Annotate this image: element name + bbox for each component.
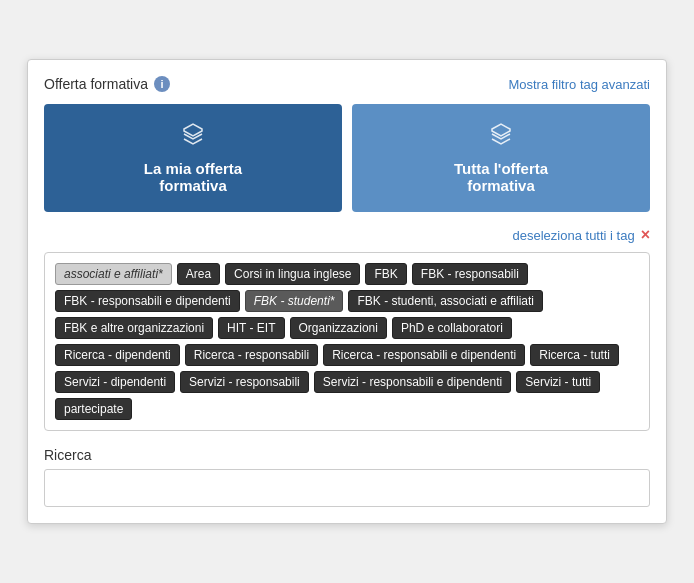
all-offer-button[interactable]: Tutta l'offertaformativa	[352, 104, 650, 212]
tag-item[interactable]: associati e affiliati*	[55, 263, 172, 285]
offer-buttons-container: La mia offertaformativa Tutta l'offertaf…	[44, 104, 650, 212]
advanced-filter-link[interactable]: Mostra filtro tag avanzati	[508, 77, 650, 92]
tag-item[interactable]: Servizi - responsabili	[180, 371, 309, 393]
tag-item[interactable]: FBK - responsabili e dipendenti	[55, 290, 240, 312]
all-offer-label: Tutta l'offertaformativa	[454, 160, 548, 194]
tag-item[interactable]: partecipate	[55, 398, 132, 420]
tag-item[interactable]: Organizzazioni	[290, 317, 387, 339]
tag-item[interactable]: PhD e collaboratori	[392, 317, 512, 339]
tag-item[interactable]: FBK e altre organizzazioni	[55, 317, 213, 339]
deselect-row: deseleziona tutti i tag ×	[44, 226, 650, 244]
tag-item[interactable]: Ricerca - responsabili e dipendenti	[323, 344, 525, 366]
tag-item[interactable]: Servizi - tutti	[516, 371, 600, 393]
tag-item[interactable]: Servizi - responsabili e dipendenti	[314, 371, 511, 393]
main-card: Offerta formativa i Mostra filtro tag av…	[27, 59, 667, 524]
tag-item[interactable]: Ricerca - dipendenti	[55, 344, 180, 366]
tag-item[interactable]: Servizi - dipendenti	[55, 371, 175, 393]
offerta-formativa-title: Offerta formativa	[44, 76, 148, 92]
search-label: Ricerca	[44, 447, 650, 463]
close-icon[interactable]: ×	[641, 226, 650, 244]
header-left: Offerta formativa i	[44, 76, 170, 92]
all-offer-icon	[489, 122, 513, 152]
tags-container: associati e affiliati*AreaCorsi in lingu…	[55, 263, 639, 420]
tags-area: associati e affiliati*AreaCorsi in lingu…	[44, 252, 650, 431]
card-header: Offerta formativa i Mostra filtro tag av…	[44, 76, 650, 92]
tag-item[interactable]: FBK - studenti, associati e affiliati	[348, 290, 543, 312]
info-icon[interactable]: i	[154, 76, 170, 92]
tag-item[interactable]: Corsi in lingua inglese	[225, 263, 360, 285]
tag-item[interactable]: Ricerca - tutti	[530, 344, 619, 366]
my-offer-button[interactable]: La mia offertaformativa	[44, 104, 342, 212]
search-section: Ricerca	[44, 447, 650, 507]
my-offer-label: La mia offertaformativa	[144, 160, 242, 194]
tag-item[interactable]: Ricerca - responsabili	[185, 344, 318, 366]
tag-item[interactable]: FBK	[365, 263, 406, 285]
tag-item[interactable]: HIT - EIT	[218, 317, 284, 339]
search-input[interactable]	[44, 469, 650, 507]
tag-item[interactable]: FBK - studenti*	[245, 290, 344, 312]
deselect-all-link[interactable]: deseleziona tutti i tag	[513, 228, 635, 243]
tag-item[interactable]: FBK - responsabili	[412, 263, 528, 285]
my-offer-icon	[181, 122, 205, 152]
tag-item[interactable]: Area	[177, 263, 220, 285]
